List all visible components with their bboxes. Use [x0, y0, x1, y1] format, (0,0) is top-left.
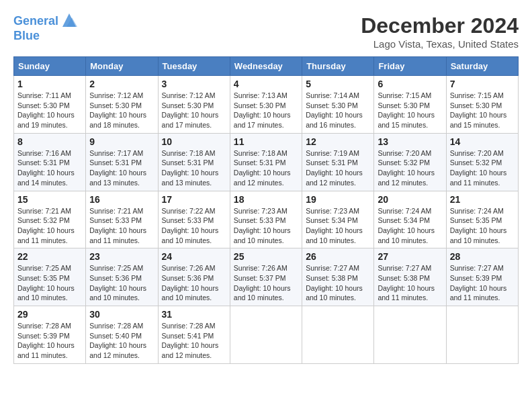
day-number: 29 — [17, 309, 82, 320]
day-info: Sunrise: 7:25 AM Sunset: 5:36 PM Dayligh… — [89, 263, 154, 303]
calendar-day-cell: 14Sunrise: 7:20 AM Sunset: 5:32 PM Dayli… — [446, 133, 518, 191]
day-info: Sunrise: 7:22 AM Sunset: 5:33 PM Dayligh… — [162, 206, 226, 246]
day-info: Sunrise: 7:23 AM Sunset: 5:33 PM Dayligh… — [234, 206, 298, 246]
calendar-day-cell: 16Sunrise: 7:21 AM Sunset: 5:33 PM Dayli… — [86, 191, 158, 248]
day-number: 25 — [234, 251, 298, 262]
day-number: 18 — [234, 194, 298, 205]
day-number: 11 — [234, 136, 298, 147]
calendar-day-cell: 24Sunrise: 7:26 AM Sunset: 5:36 PM Dayli… — [158, 248, 230, 306]
day-number: 4 — [234, 79, 298, 89]
day-number: 13 — [378, 136, 442, 147]
calendar-week-row: 22Sunrise: 7:25 AM Sunset: 5:35 PM Dayli… — [14, 248, 519, 306]
day-of-week-header: Thursday — [302, 57, 374, 76]
calendar-day-cell: 20Sunrise: 7:24 AM Sunset: 5:34 PM Dayli… — [374, 191, 446, 248]
day-info: Sunrise: 7:20 AM Sunset: 5:32 PM Dayligh… — [378, 148, 442, 188]
day-info: Sunrise: 7:27 AM Sunset: 5:39 PM Dayligh… — [450, 263, 515, 303]
day-number: 6 — [378, 79, 442, 89]
calendar-day-cell: 3Sunrise: 7:12 AM Sunset: 5:30 PM Daylig… — [158, 76, 230, 134]
logo-text2: Blue — [13, 30, 79, 43]
day-info: Sunrise: 7:23 AM Sunset: 5:34 PM Dayligh… — [306, 206, 370, 246]
day-info: Sunrise: 7:21 AM Sunset: 5:32 PM Dayligh… — [17, 206, 82, 246]
calendar-day-cell: 7Sunrise: 7:15 AM Sunset: 5:30 PM Daylig… — [446, 76, 518, 134]
calendar-day-cell: 5Sunrise: 7:14 AM Sunset: 5:30 PM Daylig… — [302, 76, 374, 134]
day-number: 26 — [306, 251, 370, 262]
day-number: 16 — [89, 194, 154, 205]
day-info: Sunrise: 7:28 AM Sunset: 5:39 PM Dayligh… — [17, 321, 82, 361]
calendar-day-cell — [302, 306, 374, 364]
day-number: 31 — [162, 309, 226, 320]
day-info: Sunrise: 7:24 AM Sunset: 5:35 PM Dayligh… — [450, 206, 515, 246]
location: Lago Vista, Texas, United States — [361, 38, 519, 50]
calendar-day-cell: 18Sunrise: 7:23 AM Sunset: 5:33 PM Dayli… — [230, 191, 302, 248]
day-info: Sunrise: 7:12 AM Sunset: 5:30 PM Dayligh… — [162, 91, 226, 130]
calendar-day-cell: 9Sunrise: 7:17 AM Sunset: 5:31 PM Daylig… — [86, 133, 158, 191]
day-info: Sunrise: 7:19 AM Sunset: 5:31 PM Dayligh… — [306, 148, 370, 188]
calendar-table: SundayMondayTuesdayWednesdayThursdayFrid… — [13, 56, 519, 364]
day-info: Sunrise: 7:18 AM Sunset: 5:31 PM Dayligh… — [234, 148, 298, 188]
logo-text: General — [13, 15, 58, 28]
calendar-day-cell — [230, 306, 302, 364]
day-number: 17 — [162, 194, 226, 205]
day-number: 10 — [162, 136, 226, 147]
title-block: December 2024 Lago Vista, Texas, United … — [361, 13, 519, 50]
calendar-day-cell: 17Sunrise: 7:22 AM Sunset: 5:33 PM Dayli… — [158, 191, 230, 248]
calendar-day-cell: 22Sunrise: 7:25 AM Sunset: 5:35 PM Dayli… — [14, 248, 86, 306]
day-info: Sunrise: 7:26 AM Sunset: 5:37 PM Dayligh… — [234, 263, 298, 303]
day-info: Sunrise: 7:11 AM Sunset: 5:30 PM Dayligh… — [17, 91, 82, 130]
calendar-day-cell: 27Sunrise: 7:27 AM Sunset: 5:38 PM Dayli… — [374, 248, 446, 306]
day-info: Sunrise: 7:16 AM Sunset: 5:31 PM Dayligh… — [17, 148, 82, 188]
day-info: Sunrise: 7:17 AM Sunset: 5:31 PM Dayligh… — [89, 148, 154, 188]
day-number: 20 — [378, 194, 442, 205]
logo: General Blue — [13, 13, 79, 43]
day-info: Sunrise: 7:25 AM Sunset: 5:35 PM Dayligh… — [17, 263, 82, 303]
calendar-header-row: SundayMondayTuesdayWednesdayThursdayFrid… — [14, 57, 519, 76]
calendar-day-cell: 1Sunrise: 7:11 AM Sunset: 5:30 PM Daylig… — [14, 76, 86, 134]
day-number: 22 — [17, 251, 82, 262]
calendar-day-cell: 15Sunrise: 7:21 AM Sunset: 5:32 PM Dayli… — [14, 191, 86, 248]
day-info: Sunrise: 7:18 AM Sunset: 5:31 PM Dayligh… — [162, 148, 226, 188]
day-number: 3 — [162, 79, 226, 89]
day-info: Sunrise: 7:21 AM Sunset: 5:33 PM Dayligh… — [89, 206, 154, 246]
day-of-week-header: Wednesday — [230, 57, 302, 76]
day-info: Sunrise: 7:27 AM Sunset: 5:38 PM Dayligh… — [306, 263, 370, 303]
calendar-day-cell: 25Sunrise: 7:26 AM Sunset: 5:37 PM Dayli… — [230, 248, 302, 306]
day-info: Sunrise: 7:15 AM Sunset: 5:30 PM Dayligh… — [378, 91, 442, 130]
calendar-week-row: 1Sunrise: 7:11 AM Sunset: 5:30 PM Daylig… — [14, 76, 519, 134]
day-number: 19 — [306, 194, 370, 205]
day-number: 9 — [89, 136, 154, 147]
day-number: 12 — [306, 136, 370, 147]
day-number: 15 — [17, 194, 82, 205]
day-info: Sunrise: 7:27 AM Sunset: 5:38 PM Dayligh… — [378, 263, 442, 303]
day-info: Sunrise: 7:24 AM Sunset: 5:34 PM Dayligh… — [378, 206, 442, 246]
logo-icon — [60, 11, 79, 30]
day-number: 8 — [17, 136, 82, 147]
day-number: 2 — [89, 79, 154, 89]
day-number: 24 — [162, 251, 226, 262]
day-number: 5 — [306, 79, 370, 89]
day-number: 27 — [378, 251, 442, 262]
calendar-day-cell: 2Sunrise: 7:12 AM Sunset: 5:30 PM Daylig… — [86, 76, 158, 134]
calendar-day-cell: 8Sunrise: 7:16 AM Sunset: 5:31 PM Daylig… — [14, 133, 86, 191]
day-info: Sunrise: 7:13 AM Sunset: 5:30 PM Dayligh… — [234, 91, 298, 130]
day-info: Sunrise: 7:28 AM Sunset: 5:40 PM Dayligh… — [89, 321, 154, 361]
day-info: Sunrise: 7:15 AM Sunset: 5:30 PM Dayligh… — [450, 91, 515, 130]
calendar-day-cell: 21Sunrise: 7:24 AM Sunset: 5:35 PM Dayli… — [446, 191, 518, 248]
month-title: December 2024 — [361, 13, 519, 38]
day-of-week-header: Monday — [86, 57, 158, 76]
calendar-week-row: 15Sunrise: 7:21 AM Sunset: 5:32 PM Dayli… — [14, 191, 519, 248]
day-of-week-header: Saturday — [446, 57, 518, 76]
day-info: Sunrise: 7:12 AM Sunset: 5:30 PM Dayligh… — [89, 91, 154, 130]
calendar-day-cell: 10Sunrise: 7:18 AM Sunset: 5:31 PM Dayli… — [158, 133, 230, 191]
calendar-day-cell: 29Sunrise: 7:28 AM Sunset: 5:39 PM Dayli… — [14, 306, 86, 364]
calendar-day-cell — [374, 306, 446, 364]
calendar-week-row: 29Sunrise: 7:28 AM Sunset: 5:39 PM Dayli… — [14, 306, 519, 364]
day-info: Sunrise: 7:26 AM Sunset: 5:36 PM Dayligh… — [162, 263, 226, 303]
day-number: 1 — [17, 79, 82, 89]
day-of-week-header: Sunday — [14, 57, 86, 76]
calendar-day-cell: 30Sunrise: 7:28 AM Sunset: 5:40 PM Dayli… — [86, 306, 158, 364]
calendar-day-cell: 13Sunrise: 7:20 AM Sunset: 5:32 PM Dayli… — [374, 133, 446, 191]
calendar-day-cell: 11Sunrise: 7:18 AM Sunset: 5:31 PM Dayli… — [230, 133, 302, 191]
calendar-week-row: 8Sunrise: 7:16 AM Sunset: 5:31 PM Daylig… — [14, 133, 519, 191]
calendar-day-cell: 31Sunrise: 7:28 AM Sunset: 5:41 PM Dayli… — [158, 306, 230, 364]
day-info: Sunrise: 7:14 AM Sunset: 5:30 PM Dayligh… — [306, 91, 370, 130]
